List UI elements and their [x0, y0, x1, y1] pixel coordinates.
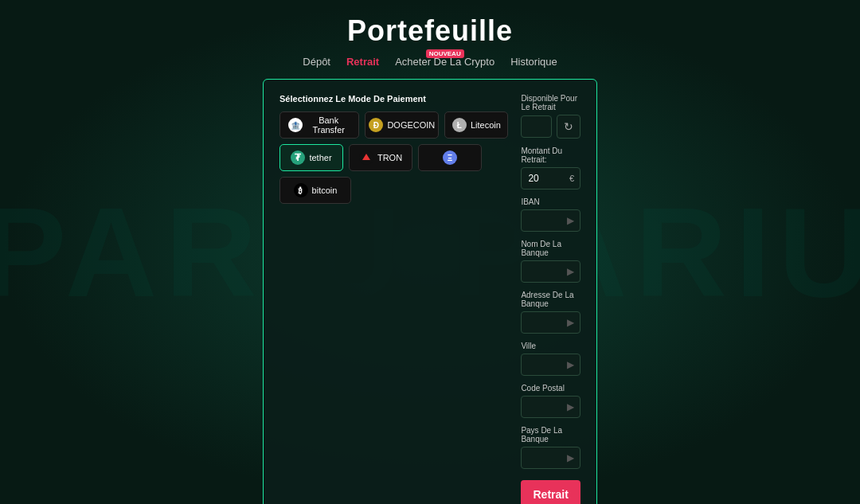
- payment-btn-tether[interactable]: ₮ tether: [280, 144, 343, 171]
- nouveau-badge: NOUVEAU: [426, 49, 464, 58]
- form-layout: Sélectionnez Le Mode De Paiement 🏦 Bank …: [280, 94, 580, 504]
- main-content: Portefeuille Dépôt Retrait NOUVEAU Achet…: [0, 0, 860, 504]
- ltc-icon: Ł: [452, 118, 467, 132]
- bank-name-wrapper: ▶: [521, 260, 580, 283]
- city-label: Ville: [521, 342, 580, 350]
- payment-btn-doge[interactable]: Ð DOGECOIN: [365, 111, 439, 139]
- tron-icon: [359, 150, 373, 165]
- right-form: Disponible Pour Le Retrait ↻ Montant Du …: [521, 94, 580, 504]
- city-group: Ville ▶: [521, 342, 580, 376]
- city-icon: ▶: [567, 359, 574, 370]
- payment-btn-bank[interactable]: 🏦 Bank Transfer: [280, 111, 359, 139]
- amount-wrapper: €: [521, 167, 580, 189]
- payment-section-title: Sélectionnez Le Mode De Paiement: [280, 94, 508, 104]
- bank-address-group: Adresse De La Banque ▶: [521, 291, 580, 334]
- postal-label: Code Postal: [521, 384, 580, 393]
- main-card: Sélectionnez Le Mode De Paiement 🏦 Bank …: [263, 79, 597, 504]
- btc-icon: ₿: [294, 183, 308, 197]
- payment-section: Sélectionnez Le Mode De Paiement 🏦 Bank …: [280, 94, 508, 504]
- tab-depot[interactable]: Dépôt: [303, 56, 330, 68]
- iban-label: IBAN: [521, 197, 580, 206]
- page-title: Portefeuille: [347, 14, 513, 48]
- tether-icon: ₮: [291, 150, 305, 165]
- bank-name-label: Nom De La Banque: [521, 240, 580, 257]
- amount-group: Montant Du Retrait: €: [521, 147, 580, 189]
- postal-wrapper: ▶: [521, 396, 580, 418]
- tab-retrait[interactable]: Retrait: [346, 56, 379, 68]
- amount-label: Montant Du Retrait:: [521, 147, 580, 164]
- bank-name-icon: ▶: [567, 266, 574, 277]
- iban-group: IBAN ▶: [521, 197, 580, 232]
- bank-address-wrapper: ▶: [521, 311, 580, 334]
- country-group: Pays De La Banque ▶: [521, 426, 580, 469]
- country-wrapper: ▶: [521, 447, 580, 469]
- payment-row-3: ₿ bitcoin: [280, 177, 508, 204]
- available-row: ↻: [521, 115, 580, 139]
- refresh-button[interactable]: ↻: [557, 115, 580, 139]
- iban-icon: ▶: [567, 215, 574, 226]
- payment-btn-ltc[interactable]: Ł Litecoin: [444, 111, 508, 139]
- bank-address-label: Adresse De La Banque: [521, 291, 580, 308]
- svg-marker-0: [362, 154, 370, 160]
- payment-btn-tron[interactable]: TRON: [349, 144, 412, 171]
- country-icon: ▶: [567, 452, 574, 463]
- bank-icon: 🏦: [288, 118, 303, 132]
- tab-historique[interactable]: Historique: [510, 56, 557, 68]
- city-wrapper: ▶: [521, 354, 580, 376]
- available-label: Disponible Pour Le Retrait: [521, 94, 580, 111]
- nav-tabs: Dépôt Retrait NOUVEAU Acheter De La Cryp…: [303, 56, 557, 68]
- payment-row-2: ₮ tether TRON: [280, 144, 508, 171]
- available-input[interactable]: [521, 115, 552, 138]
- postal-group: Code Postal ▶: [521, 384, 580, 418]
- available-group: Disponible Pour Le Retrait ↻: [521, 94, 580, 139]
- payment-btn-bitcoin[interactable]: ₿ bitcoin: [280, 177, 351, 204]
- payment-row-1: 🏦 Bank Transfer Ð DOGECOIN Ł Litecoin: [280, 111, 508, 139]
- bank-address-icon: ▶: [567, 317, 574, 328]
- bank-name-group: Nom De La Banque ▶: [521, 240, 580, 283]
- retrait-button[interactable]: Retrait: [521, 480, 580, 504]
- tab-acheter[interactable]: NOUVEAU Acheter De La Crypto: [395, 56, 494, 68]
- payment-btn-eth[interactable]: Ξ: [418, 144, 482, 171]
- country-label: Pays De La Banque: [521, 426, 580, 443]
- doge-icon: Ð: [369, 118, 383, 132]
- postal-icon: ▶: [567, 401, 574, 412]
- eth-icon: Ξ: [443, 150, 457, 165]
- iban-wrapper: ▶: [521, 209, 580, 232]
- currency-badge: €: [569, 174, 574, 183]
- payment-grid: 🏦 Bank Transfer Ð DOGECOIN Ł Litecoin: [280, 111, 508, 204]
